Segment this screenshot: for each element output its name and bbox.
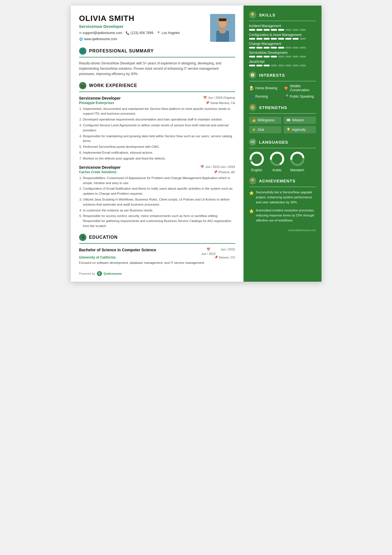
achievement-item-2: ⭐ Automated incident resolution processe…	[249, 208, 316, 223]
work-heading: WORK EXPERIENCE	[89, 83, 137, 88]
arabic-circle	[269, 151, 285, 166]
dot	[256, 56, 262, 57]
pin-icon-edu: 📌	[214, 255, 218, 259]
left-column: OLIVIA SMITH Servicenow Developer ✉ supp…	[71, 6, 244, 282]
dot	[293, 65, 299, 66]
interest1-label: Home Brewing	[255, 86, 277, 90]
web-icon: 🌐	[79, 37, 83, 41]
strength-item-4: 💡 Ingenuity	[284, 126, 316, 133]
language-item-arabic: Arabic	[269, 151, 285, 172]
strength3-label: Zeal	[258, 128, 264, 132]
dot	[300, 47, 306, 49]
interests-title-row: 🧭 INTERESTS	[249, 71, 316, 79]
dot	[264, 56, 270, 57]
header-job-title: Servicenow Developer	[79, 24, 180, 29]
dot	[293, 56, 299, 57]
edu1-location: 📌 Denver, CO	[214, 255, 235, 259]
svg-point-4	[219, 29, 226, 33]
email-value: support@qwikresume.com	[83, 31, 122, 35]
work-title-row: 💼 WORK EXPERIENCE	[79, 82, 235, 89]
edu-item-1: Bachelor of Science in Computer Science …	[79, 248, 235, 266]
right-column: 💡 SKILLS Incident Management	[244, 6, 322, 282]
dot	[264, 65, 270, 66]
job2-bullet-2: Configuration of Email Notification and …	[83, 186, 235, 196]
email-icon: ✉	[79, 31, 82, 35]
strengths-heading: STRENGTHS	[259, 105, 288, 110]
dot	[300, 38, 306, 40]
work-divider	[79, 91, 235, 92]
strength2-label: Wisdom	[292, 118, 304, 122]
dot	[249, 29, 255, 31]
dot	[278, 29, 284, 31]
achievement1-text: Successfully led a ServiceNow upgrade pr…	[256, 190, 316, 205]
languages-title-row: AB LANGUAGES	[249, 138, 316, 146]
dot	[285, 56, 291, 57]
strengths-icon: ✊	[249, 104, 256, 111]
job1-bullet-6: Implemented Email notifications, inbound…	[83, 150, 235, 155]
interest-item-3: 🐾 Running	[249, 94, 281, 99]
job1-header: Servicenow Developer 📅 Jun / 2019-Ongoin…	[79, 96, 235, 100]
skill-item-2: Configuration & Asset Management	[249, 33, 316, 40]
calendar-icon-edu: 📅	[206, 248, 210, 251]
job1-bullets: Implemented, documented and maintained t…	[79, 107, 235, 161]
dot	[271, 38, 277, 40]
skill2-dots	[249, 38, 316, 40]
achievements-icon: 🏆	[249, 177, 256, 184]
location-contact: 📍 Los Angeles	[157, 31, 180, 35]
achievements-divider	[249, 187, 316, 187]
dot	[271, 29, 277, 31]
interest3-label: Running	[255, 95, 268, 98]
dot	[300, 29, 306, 31]
website-entry: 🌐 www.qwikresume.com	[79, 37, 117, 41]
dot	[256, 38, 262, 40]
job1-bullet-3: Configured Service Level Agreements to d…	[83, 123, 235, 133]
dot	[256, 47, 262, 49]
achievement-star-1: ⭐	[249, 190, 254, 205]
job2-bullet-5: Responsible for access control, security…	[83, 214, 235, 228]
job1-bullet-7: Worked on the defects post upgrade and f…	[83, 156, 235, 161]
job1-title: Servicenow Developer	[79, 96, 121, 100]
edu1-end: Jun / 2015	[221, 248, 235, 251]
achievement-star-2: ⭐	[249, 208, 254, 223]
ingenuity-icon: 💡	[286, 128, 291, 132]
website-value: www.qwikresume.com	[84, 37, 117, 41]
education-section: 🎓 EDUCATION Bachelor of Science in Compu…	[79, 234, 235, 266]
dot	[256, 65, 262, 66]
job2-company: Cactus Creek Solutions	[79, 170, 117, 174]
edu1-dates: 📅 Jun / 2012 Jun / 2015	[201, 248, 235, 255]
job1-bullet-2: Developed operational requirements docum…	[83, 117, 235, 122]
arabic-circle-svg	[269, 151, 285, 166]
skill-item-5: JavaScript	[249, 60, 316, 66]
skill4-name: ServiceNow Development	[249, 51, 316, 55]
job2-bullet-3: Utilized Java Scripting in Workflows, Bu…	[83, 197, 235, 207]
skill5-name: JavaScript	[249, 60, 316, 64]
strengths-section: ✊ STRENGTHS 👍 Willingness 📖 Wisdom ⚡ Zea…	[249, 104, 316, 133]
interests-divider	[249, 81, 316, 81]
job1-company: Pineapple Enterprises	[79, 101, 114, 105]
calendar-icon-2: 📅	[200, 165, 204, 169]
strengths-title-row: ✊ STRENGTHS	[249, 104, 316, 111]
powered-by-label: Powered by	[79, 272, 95, 275]
job2-sub: Cactus Creek Solutions 📌 Phoenix, AZ	[79, 170, 235, 174]
education-heading: EDUCATION	[89, 235, 118, 240]
education-title-row: 🎓 EDUCATION	[79, 234, 235, 241]
achievements-title-row: 🏆 ACHIEVEMENTS	[249, 177, 316, 184]
job1-date: 📅 Jun / 2019-Ongoing	[203, 96, 235, 100]
header-area: OLIVIA SMITH Servicenow Developer ✉ supp…	[79, 14, 235, 42]
job1-sub: Pineapple Enterprises 📌 Santa Monica, CA	[79, 101, 235, 105]
skills-title-row: 💡 SKILLS	[249, 11, 316, 18]
summary-heading: PROFESSIONAL SUMMARY	[89, 49, 154, 54]
skills-heading: SKILLS	[259, 13, 276, 17]
footer-right: www.qwikresume.com	[249, 229, 316, 232]
summary-text: Results-driven ServiceNow Developer with…	[79, 61, 235, 77]
phone-icon: 📞	[126, 31, 130, 35]
education-icon: 🎓	[79, 234, 86, 241]
summary-section: 👤 PROFESSIONAL SUMMARY Results-driven Se…	[79, 47, 235, 77]
languages-heading: LANGUAGES	[259, 140, 288, 144]
dot	[278, 56, 284, 57]
english-circle-svg	[249, 151, 264, 166]
achievements-section: 🏆 ACHIEVEMENTS ⭐ Successfully led a Serv…	[249, 177, 316, 223]
skills-divider	[249, 21, 316, 21]
english-circle	[249, 151, 264, 166]
dot	[264, 47, 270, 49]
